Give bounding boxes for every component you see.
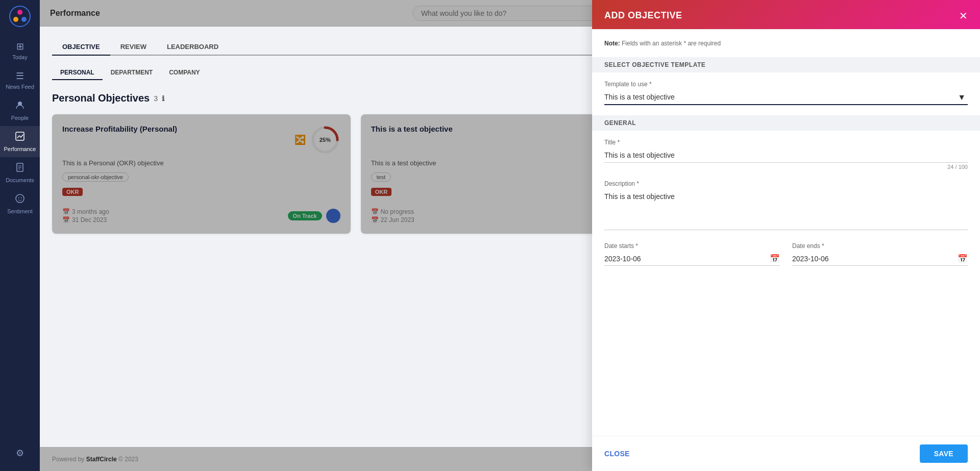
card-2-badge: OKR [371,188,391,196]
card-1: Increase Profitability (Personal) 🔀 25% [52,114,351,234]
sidebar-item-label: Sentiment [7,208,33,214]
sidebar-item-today[interactable]: ⊞ Today [0,36,40,65]
sidebar-logo [9,5,31,28]
template-label: Template to use * [604,81,968,88]
svg-point-0 [10,6,30,27]
sidebar-item-label: Performance [4,146,36,152]
date-ends-field: Date ends * 📅 [792,242,968,266]
sidebar-item-performance[interactable]: Performance [0,126,40,157]
card-1-desc: This is a Personal (OKR) objective [62,159,340,167]
calendar-ends-icon[interactable]: 📅 [958,254,968,263]
panel-close-button[interactable]: ✕ [959,11,968,21]
panel-title: ADD OBJECTIVE [604,10,682,21]
svg-point-1 [17,10,22,15]
save-button[interactable]: SAVE [920,444,968,463]
performance-icon [15,131,25,144]
sentiment-icon [15,193,25,206]
sidebar-item-settings[interactable]: ⚙ [16,442,24,466]
card-1-icon: 🔀 [295,134,306,145]
card-2-title: This is a test objective [371,125,453,133]
date-starts-field: Date starts * 📅 [604,242,780,266]
card-1-badge: OKR [62,188,83,196]
calendar-icon: 📅 [62,208,70,215]
panel-header: ADD OBJECTIVE ✕ [592,0,980,30]
tab-company[interactable]: COMPANY [161,66,208,80]
people-icon [15,100,25,113]
sidebar-item-label: Today [12,54,27,60]
sidebar-item-label: News Feed [6,84,34,90]
no-progress-label: 📅 [371,208,379,215]
title-label: Title * [604,139,968,146]
sidebar: ⊞ Today ☰ News Feed People Performance [0,0,40,471]
date-starts-wrap[interactable]: 📅 [604,252,780,266]
tab-objective[interactable]: OBJECTIVE [52,39,110,56]
card-1-footer: 📅 3 months ago 📅 31 Dec 2023 On Track [62,208,340,224]
settings-icon: ⚙ [16,448,24,459]
date-row: Date starts * 📅 Date ends * 📅 [604,242,968,266]
svg-point-12 [21,197,22,199]
card-1-status: On Track [288,211,322,220]
template-form-group: Template to use * This is a test objecti… [604,81,968,105]
date-starts-label: Date starts * [604,242,780,250]
date-ends-label: Date ends * [792,242,968,250]
calendar-starts-icon[interactable]: 📅 [770,254,780,263]
panel-body: Note: Fields with an asterisk * are requ… [592,30,980,436]
overlay-panel: ADD OBJECTIVE ✕ Note: Fields with an ast… [592,0,980,471]
template-select[interactable]: This is a test objectiveIncrease Profita… [604,90,968,105]
description-form-group: Description * This is a test objective [604,180,968,232]
tab-department[interactable]: DEPARTMENT [103,66,161,80]
sidebar-item-people[interactable]: People [0,95,40,126]
description-textarea[interactable]: This is a test objective [604,189,968,230]
documents-icon [15,162,25,175]
close-panel-button[interactable]: CLOSE [604,450,630,458]
sidebar-item-news-feed[interactable]: ☰ News Feed [0,65,40,95]
sidebar-item-label: People [11,115,29,121]
info-icon[interactable]: ℹ [162,94,164,103]
card-1-avatar [326,209,340,223]
date-starts-input[interactable] [604,255,770,263]
calendar-icon-3: 📅 [371,216,379,224]
sidebar-item-documents[interactable]: Documents [0,157,40,188]
svg-point-2 [13,17,18,22]
today-icon: ⊞ [16,41,24,52]
card-1-title: Increase Profitability (Personal) [62,125,177,133]
tab-personal[interactable]: PERSONAL [52,66,103,80]
char-count: 24 / 100 [604,164,968,170]
svg-point-10 [16,194,24,203]
sidebar-item-label: Documents [6,177,34,183]
svg-point-3 [21,17,27,22]
topbar-title: Performance [50,9,100,18]
calendar-icon-2: 📅 [62,216,70,224]
card-1-progress: 25% [310,125,340,155]
svg-point-11 [18,197,19,199]
template-section-header: SELECT OBJECTIVE TEMPLATE [592,57,980,72]
panel-note: Note: Fields with an asterisk * are requ… [604,40,968,47]
section-count: 3 [154,94,158,103]
card-2-tag: test [371,172,391,182]
template-select-wrap[interactable]: This is a test objectiveIncrease Profita… [604,90,968,105]
card-1-tag: personal-okr-objective [62,172,129,182]
tab-leaderboard[interactable]: LEADERBOARD [157,39,229,56]
panel-footer: CLOSE SAVE [592,436,980,471]
section-title: Personal Objectives 3 ℹ [52,92,164,104]
general-section-header: GENERAL [592,115,980,131]
date-ends-input[interactable] [792,255,958,263]
title-input[interactable] [604,148,968,163]
tab-review[interactable]: REVIEW [110,39,157,56]
title-form-group: Title * 24 / 100 [604,139,968,170]
date-ends-wrap[interactable]: 📅 [792,252,968,266]
description-label: Description * [604,180,968,187]
card-1-progress-text: 25% [320,137,331,143]
sidebar-item-sentiment[interactable]: Sentiment [0,188,40,219]
news-feed-icon: ☰ [16,70,24,82]
